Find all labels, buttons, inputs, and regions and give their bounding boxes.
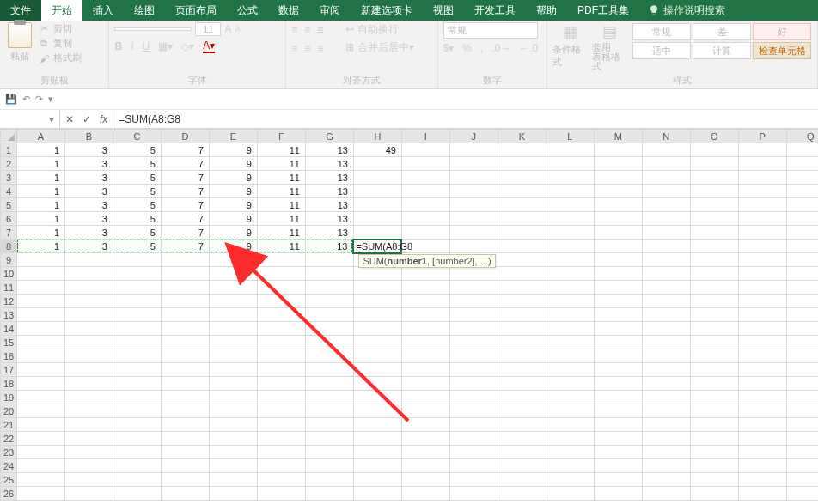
cell[interactable] bbox=[786, 418, 818, 432]
cell[interactable] bbox=[642, 308, 690, 322]
cell[interactable]: 13 bbox=[305, 198, 353, 212]
cell[interactable] bbox=[642, 157, 690, 171]
row-header[interactable]: 4 bbox=[1, 185, 17, 198]
cell[interactable] bbox=[257, 459, 305, 473]
style-check[interactable]: 检查单元格 bbox=[753, 42, 811, 59]
cell[interactable] bbox=[449, 336, 498, 349]
cell[interactable]: 9 bbox=[209, 157, 257, 171]
cell[interactable] bbox=[257, 267, 305, 281]
cell[interactable] bbox=[642, 171, 690, 185]
copy-button[interactable]: ⧉复制 bbox=[38, 37, 82, 50]
cell[interactable] bbox=[113, 377, 161, 391]
merge-center-button[interactable]: ⊞ 合并后居中▾ bbox=[345, 40, 413, 55]
cell[interactable]: 11 bbox=[257, 185, 305, 198]
cell[interactable]: 3 bbox=[65, 240, 113, 253]
cell[interactable] bbox=[257, 322, 305, 336]
cell[interactable] bbox=[786, 336, 818, 349]
cell[interactable] bbox=[257, 295, 305, 308]
row-header[interactable]: 26 bbox=[1, 487, 17, 501]
cell[interactable] bbox=[594, 281, 642, 295]
cell[interactable] bbox=[257, 404, 305, 418]
cell[interactable] bbox=[401, 171, 449, 185]
cell[interactable] bbox=[113, 349, 161, 363]
cell[interactable] bbox=[17, 322, 65, 336]
cell[interactable] bbox=[305, 322, 353, 336]
cell[interactable] bbox=[161, 459, 209, 473]
cell[interactable] bbox=[690, 143, 738, 157]
insert-function-button[interactable]: fx bbox=[100, 113, 107, 125]
cell[interactable] bbox=[209, 267, 257, 281]
cell[interactable] bbox=[498, 295, 546, 308]
cell[interactable] bbox=[305, 432, 353, 446]
paste-button[interactable]: 粘贴 bbox=[5, 22, 34, 63]
cell[interactable] bbox=[401, 349, 449, 363]
cell[interactable] bbox=[161, 308, 209, 322]
cell[interactable]: 1 bbox=[17, 185, 65, 198]
cell[interactable] bbox=[17, 446, 65, 459]
cell[interactable] bbox=[498, 377, 546, 391]
tab-page-layout[interactable]: 页面布局 bbox=[165, 0, 227, 21]
cell[interactable] bbox=[738, 281, 786, 295]
row-header[interactable]: 22 bbox=[1, 432, 17, 446]
cell[interactable] bbox=[546, 212, 594, 226]
cell[interactable] bbox=[498, 253, 546, 267]
cell[interactable] bbox=[209, 322, 257, 336]
cell[interactable] bbox=[257, 432, 305, 446]
cell[interactable] bbox=[690, 432, 738, 446]
cell[interactable] bbox=[113, 308, 161, 322]
cut-button[interactable]: ✂剪切 bbox=[38, 22, 82, 35]
cell[interactable] bbox=[738, 267, 786, 281]
cell[interactable] bbox=[209, 308, 257, 322]
tell-me-search[interactable]: 操作说明搜索 bbox=[639, 0, 734, 21]
cell[interactable] bbox=[642, 281, 690, 295]
cell[interactable] bbox=[594, 446, 642, 459]
cell[interactable] bbox=[449, 308, 498, 322]
cell[interactable] bbox=[65, 487, 113, 501]
tab-help[interactable]: 帮助 bbox=[526, 0, 567, 21]
cell[interactable] bbox=[353, 322, 401, 336]
cell[interactable] bbox=[642, 253, 690, 267]
cell[interactable] bbox=[786, 473, 818, 487]
cell[interactable] bbox=[113, 267, 161, 281]
tab-review[interactable]: 审阅 bbox=[309, 0, 351, 21]
cell[interactable] bbox=[17, 295, 65, 308]
cell[interactable] bbox=[161, 473, 209, 487]
cell[interactable] bbox=[594, 171, 642, 185]
cell[interactable]: 13 bbox=[305, 157, 353, 171]
align-top-button[interactable]: ≡ bbox=[291, 24, 297, 36]
col-header[interactable]: B bbox=[65, 130, 113, 143]
cell[interactable] bbox=[353, 185, 401, 198]
comma-button[interactable]: , bbox=[480, 42, 483, 54]
cell[interactable] bbox=[449, 349, 498, 363]
cell[interactable] bbox=[305, 446, 353, 459]
cell[interactable] bbox=[401, 143, 449, 157]
cell[interactable]: 5 bbox=[113, 143, 161, 157]
cell[interactable] bbox=[161, 377, 209, 391]
cell[interactable] bbox=[161, 253, 209, 267]
row-header[interactable]: 24 bbox=[1, 459, 17, 473]
cell[interactable] bbox=[594, 377, 642, 391]
cell[interactable] bbox=[690, 473, 738, 487]
cell[interactable] bbox=[353, 459, 401, 473]
tab-developer[interactable]: 开发工具 bbox=[464, 0, 526, 21]
cell[interactable]: =SUM(A8:G8 bbox=[353, 240, 401, 253]
cell[interactable] bbox=[449, 459, 498, 473]
cell[interactable]: 3 bbox=[65, 157, 113, 171]
cell[interactable] bbox=[738, 363, 786, 377]
cell[interactable] bbox=[738, 404, 786, 418]
cell[interactable] bbox=[161, 404, 209, 418]
cell[interactable] bbox=[65, 308, 113, 322]
cell[interactable] bbox=[498, 143, 546, 157]
cell[interactable]: 7 bbox=[161, 226, 209, 240]
cell[interactable] bbox=[17, 391, 65, 404]
cell[interactable] bbox=[738, 185, 786, 198]
cell[interactable] bbox=[305, 391, 353, 404]
cell[interactable] bbox=[594, 459, 642, 473]
cell[interactable] bbox=[642, 432, 690, 446]
cell[interactable] bbox=[401, 391, 449, 404]
font-color-button[interactable]: A▾ bbox=[203, 39, 215, 53]
cell[interactable] bbox=[353, 267, 401, 281]
cell[interactable] bbox=[353, 404, 401, 418]
cell[interactable] bbox=[17, 363, 65, 377]
cell[interactable] bbox=[401, 226, 449, 240]
